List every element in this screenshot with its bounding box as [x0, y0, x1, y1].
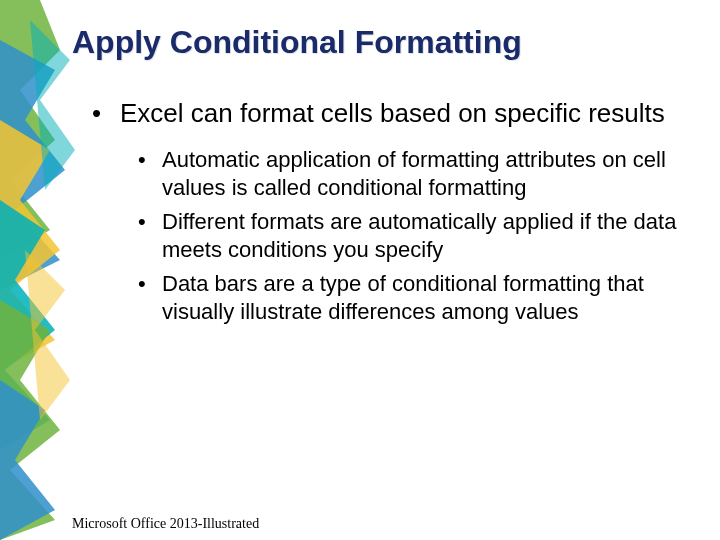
bullet-text: Different formats are automatically appl… [162, 209, 676, 262]
bullet-text: Data bars are a type of conditional form… [162, 271, 644, 324]
slide-footer: Microsoft Office 2013-Illustrated [72, 516, 259, 532]
bullet-level2-item: Data bars are a type of conditional form… [162, 270, 680, 326]
bullet-text: Automatic application of formatting attr… [162, 147, 666, 200]
bullet-level2-item: Different formats are automatically appl… [162, 208, 680, 264]
bullet-list-level1: Excel can format cells based on specific… [72, 97, 680, 326]
bullet-text: Excel can format cells based on specific… [120, 98, 665, 128]
bullet-list-level2: Automatic application of formatting attr… [120, 146, 680, 327]
bullet-level1-item: Excel can format cells based on specific… [120, 97, 680, 326]
bullet-level2-item: Automatic application of formatting attr… [162, 146, 680, 202]
slide-title: Apply Conditional Formatting [72, 24, 680, 61]
slide-content: Apply Conditional Formatting Excel can f… [0, 0, 720, 326]
